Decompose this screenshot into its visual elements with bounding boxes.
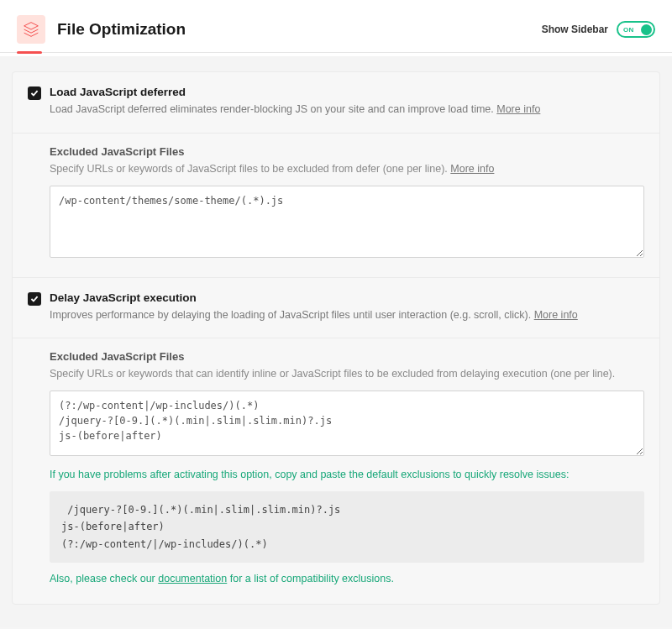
toggle-knob — [641, 24, 652, 35]
defer-excluded-subsection: Excluded JavaScript Files Specify URLs o… — [13, 133, 659, 260]
delay-excluded-title: Excluded JavaScript Files — [50, 350, 644, 363]
header-left: File Optimization — [17, 15, 186, 44]
defer-js-desc: Load JavaScript deferred eliminates rend… — [50, 102, 644, 118]
delay-js-more-info-link[interactable]: More info — [534, 309, 578, 321]
delay-excluded-textarea[interactable] — [50, 391, 644, 456]
defer-js-more-info-link[interactable]: More info — [496, 103, 540, 115]
delay-excluded-desc: Specify URLs or keywords that can identi… — [50, 366, 644, 382]
sidebar-toggle[interactable]: ON — [617, 21, 655, 38]
delay-js-desc: Improves performance by delaying the loa… — [50, 307, 644, 323]
section-defer-js: Load JavaScript deferred Load JavaScript… — [13, 72, 659, 277]
file-optimization-icon — [17, 15, 45, 44]
section-delay-js: Delay JavaScript execution Improves perf… — [13, 277, 659, 604]
defer-js-checkbox[interactable] — [28, 86, 41, 100]
delay-help-problems: If you have problems after activating th… — [50, 467, 644, 483]
delay-js-checkbox[interactable] — [28, 292, 41, 306]
defer-excluded-desc-text: Specify URLs or keywords of JavaScript f… — [50, 163, 450, 175]
delay-js-desc-text: Improves performance by delaying the loa… — [50, 309, 534, 321]
delay-help-also-post: for a list of compatibility exclusions. — [227, 573, 394, 584]
defer-excluded-textarea[interactable] — [50, 186, 644, 258]
defer-excluded-more-info-link[interactable]: More info — [450, 163, 494, 175]
page-title: File Optimization — [57, 20, 186, 39]
content-area: Load JavaScript deferred Load JavaScript… — [0, 56, 672, 627]
delay-help-also: Also, please check our documentation for… — [50, 571, 644, 587]
header-right: Show Sidebar ON — [542, 21, 655, 38]
delay-default-exclusions: /jquery-?[0-9.](.*)(.min|.slim|.slim.min… — [50, 491, 644, 563]
defer-excluded-desc: Specify URLs or keywords of JavaScript f… — [50, 161, 644, 177]
documentation-link[interactable]: documentation — [158, 573, 227, 584]
svg-marker-0 — [24, 23, 39, 29]
delay-help-also-pre: Also, please check our — [50, 573, 158, 584]
toggle-state-text: ON — [623, 26, 634, 34]
show-sidebar-label: Show Sidebar — [542, 24, 608, 35]
defer-excluded-title: Excluded JavaScript Files — [50, 145, 644, 158]
tab-strip — [0, 53, 672, 56]
delay-js-title: Delay JavaScript execution — [50, 291, 644, 304]
header-bar: File Optimization Show Sidebar ON — [0, 0, 672, 53]
settings-panel: Load JavaScript deferred Load JavaScript… — [12, 71, 660, 605]
active-tab-indicator — [17, 51, 42, 54]
defer-js-title: Load JavaScript deferred — [50, 86, 644, 98]
delay-excluded-subsection: Excluded JavaScript Files Specify URLs o… — [13, 338, 659, 586]
defer-js-desc-text: Load JavaScript deferred eliminates rend… — [50, 103, 496, 115]
